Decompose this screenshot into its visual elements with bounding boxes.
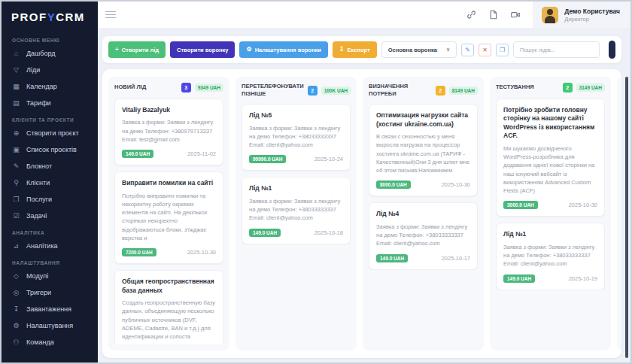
lead-date: 2025-10-24 bbox=[314, 156, 343, 162]
lead-footer: 149.0 UAH 2025-10-17 bbox=[376, 254, 470, 262]
lead-footer: 8000.0 UAH 2025-10-30 bbox=[376, 180, 470, 189]
lead-date: 2025-10-18 bbox=[314, 229, 343, 236]
download-icon: ↧ bbox=[12, 306, 20, 313]
app-window: PROFYCRM ОСНОВНЕ МЕНЮ ⌂ Дашборд ▽ Ліди ▦… bbox=[0, 0, 632, 364]
modules-icon: ◇ bbox=[12, 273, 20, 280]
lead-amount-badge: 149.0 UAH bbox=[122, 150, 153, 158]
sidebar-item-modules[interactable]: ◇ Модулі bbox=[2, 268, 98, 284]
sidebar-item-analytics[interactable]: ⊿ Аналітика bbox=[2, 238, 98, 254]
sidebar-item-tariffs[interactable]: ▤ Тарифи bbox=[2, 95, 98, 111]
logo-text-prof: PROF bbox=[11, 11, 47, 23]
lead-title: Лід №5 bbox=[249, 111, 343, 120]
lead-amount-badge: 8000.0 UAH bbox=[376, 180, 411, 189]
edit-funnel-button[interactable]: ✎ bbox=[461, 44, 474, 56]
logo-text-y: Y bbox=[47, 11, 56, 23]
kanban-column: ПЕ bbox=[617, 77, 621, 350]
lead-card[interactable]: Оптимизация нагрузки сайта (хостинг ukra… bbox=[369, 104, 478, 196]
export-button[interactable]: ↧Експорт bbox=[333, 41, 377, 58]
kanban-column: ПЕРЕТЕЛЕФОНУВАТИ ПІЗНІШЕ 2 100K UAH Лід … bbox=[235, 77, 357, 350]
column-count-badge: 3 bbox=[181, 83, 191, 93]
lead-footer: 7200.0 UAH 2025-10-30 bbox=[122, 248, 216, 256]
lead-footer: 3000.0 UAH 2025-10-30 bbox=[503, 201, 597, 209]
lead-title: Общая геопространственная база данных bbox=[122, 278, 216, 295]
video-camera-icon[interactable] bbox=[510, 10, 521, 20]
sidebar-nav: ОСНОВНЕ МЕНЮ ⌂ Дашборд ▽ Ліди ▦ Календар… bbox=[2, 32, 98, 350]
column-header: ПЕРЕТЕЛЕФОНУВАТИ ПІЗНІШЕ 2 100K UAH bbox=[242, 83, 351, 98]
column-title: ВИЗНАЧЕННЯ ПОТРЕБИ bbox=[369, 83, 432, 98]
pencil-icon: ✎ bbox=[465, 47, 470, 53]
vertical-scrollbar[interactable] bbox=[625, 77, 628, 358]
lead-date: 2025-10-17 bbox=[442, 255, 470, 262]
sidebar-item-services[interactable]: ❐ Послуги bbox=[2, 191, 98, 208]
menu-toggle-icon[interactable] bbox=[105, 11, 116, 19]
document-icon[interactable] bbox=[488, 10, 498, 20]
sidebar-item-clients[interactable]: ⚲ Клієнти bbox=[2, 174, 98, 191]
topbar-right: Демо Користувач Директор bbox=[460, 2, 630, 28]
lead-card[interactable]: Лід №4 Заявка з форми: Заявки з лендінгу… bbox=[369, 202, 478, 269]
column-header: ТЕСТУВАННЯ 2 3149 UAH bbox=[496, 83, 605, 93]
lead-card[interactable]: Общая геопространственная база данных Со… bbox=[114, 270, 223, 344]
lead-title: Виправити помилки на сайті bbox=[122, 179, 216, 187]
sidebar-item-projects-list[interactable]: ▣ Список проєктів bbox=[2, 141, 98, 158]
create-funnel-button[interactable]: Створити воронку bbox=[170, 41, 235, 58]
sidebar-item-dashboard[interactable]: ⌂ Дашборд bbox=[2, 45, 98, 62]
lead-description: Заявка з форми: Заявки з лендінгу на дем… bbox=[503, 243, 597, 268]
topbar: Демо Користувач Директор bbox=[98, 2, 630, 29]
sidebar-item-uploads[interactable]: ↧ Завантаження bbox=[2, 301, 98, 317]
lead-date: 2025-10-30 bbox=[442, 181, 470, 188]
sidebar-section-label: АНАЛІТИКА bbox=[2, 224, 98, 238]
sidebar-section-label: НАЛАШТУВАННЯ bbox=[2, 254, 98, 268]
team-icon: ⚇ bbox=[12, 339, 20, 346]
lead-card[interactable]: Лід №1 Заявка з форми: Заявки з лендінгу… bbox=[242, 177, 351, 244]
sidebar-item-settings[interactable]: ⚙ Налаштування bbox=[2, 317, 98, 334]
kanban-column: ВИЗНАЧЕННЯ ПОТРЕБИ 2 8149 UAH Оптимизаци… bbox=[363, 77, 484, 350]
delete-funnel-button[interactable]: ✕ bbox=[479, 44, 491, 56]
search-input[interactable] bbox=[513, 41, 600, 58]
column-header: ВИЗНАЧЕННЯ ПОТРЕБИ 2 8149 UAH bbox=[369, 83, 478, 98]
copy-funnel-button[interactable]: ❐ bbox=[496, 44, 509, 56]
sidebar-item-create-project[interactable]: ⊕ Створити проєкт bbox=[2, 125, 98, 141]
lead-card[interactable]: Vitaliy Bazalyuk Заявка з форми: Заявки … bbox=[114, 99, 223, 165]
lead-description: Заявка з форми: Заявки з лендінгу на дем… bbox=[249, 124, 343, 150]
kanban-columns: НОВИЙ ЛІД 3 9349 UAH Vitaliy Bazalyuk За… bbox=[108, 77, 621, 350]
triggers-icon: ◎ bbox=[12, 290, 20, 296]
create-lead-button[interactable]: +Створити лід bbox=[108, 41, 166, 58]
content-area: +Створити лід Створити воронку ⚙Налаштув… bbox=[98, 29, 630, 362]
sidebar-item-calendar[interactable]: ▦ Календар bbox=[2, 78, 98, 95]
kanban-board: НОВИЙ ЛІД 3 9349 UAH Vitaliy Bazalyuk За… bbox=[102, 69, 621, 358]
sidebar-item-tasks[interactable]: ☑ Задачі bbox=[2, 208, 98, 224]
column-cards: Потрібно зробити головну сторінку на наш… bbox=[496, 99, 605, 290]
lead-card[interactable]: Лід №1 Заявка з форми: Заявки з лендінгу… bbox=[496, 223, 605, 290]
sidebar-item-team[interactable]: ⚇ Команда bbox=[2, 334, 98, 350]
clients-icon: ⚲ bbox=[12, 180, 20, 187]
lead-date: 2025-10-30 bbox=[569, 202, 597, 208]
lead-title: Лід №1 bbox=[503, 230, 597, 238]
column-count-badge: 2 bbox=[436, 86, 445, 96]
lead-card[interactable]: Лід №5 Заявка з форми: Заявки з лендінгу… bbox=[242, 104, 351, 171]
main-area: Демо Користувач Директор +Створити лід С… bbox=[98, 2, 630, 362]
funnel-settings-button[interactable]: ⚙Налаштування воронки bbox=[239, 41, 327, 58]
lead-title: Потрібно зробити головну сторінку на наш… bbox=[503, 106, 597, 141]
funnel-icon: ▽ bbox=[12, 67, 20, 74]
user-name: Демо Користувач bbox=[564, 8, 620, 15]
user-menu[interactable]: Демо Користувач Директор bbox=[533, 2, 630, 28]
lead-amount-badge: 149.0 UAH bbox=[376, 254, 408, 262]
kanban-view-button[interactable]: ▦Канбан bbox=[609, 41, 615, 59]
calendar-icon: ▦ bbox=[12, 83, 20, 90]
tariffs-icon: ▤ bbox=[12, 100, 20, 107]
lead-card[interactable]: Потрібно зробити головну сторінку на наш… bbox=[496, 99, 605, 217]
sidebar-item-leads[interactable]: ▽ Ліди bbox=[2, 62, 98, 78]
leads-toolbar: +Створити лід Створити воронку ⚙Налаштув… bbox=[102, 36, 621, 63]
view-toggle: ▦Канбан ≡Список bbox=[609, 41, 615, 59]
sidebar-item-triggers[interactable]: ◎ Тригери bbox=[2, 284, 98, 301]
home-icon: ⌂ bbox=[12, 50, 20, 57]
funnel-select[interactable]: Основна воронка∨ bbox=[381, 41, 457, 58]
sidebar-item-notebook[interactable]: ✎ Блокнот bbox=[2, 158, 98, 174]
column-title: ТЕСТУВАННЯ bbox=[496, 83, 559, 91]
lead-title: Vitaliy Bazalyuk bbox=[122, 106, 216, 114]
download-icon: ↧ bbox=[339, 47, 345, 53]
lead-card[interactable]: Виправити помилки на сайті Потрібно випр… bbox=[114, 171, 223, 264]
column-title: НОВИЙ ЛІД bbox=[114, 83, 178, 91]
link-icon[interactable] bbox=[466, 10, 476, 20]
trash-icon: ✕ bbox=[482, 47, 488, 53]
